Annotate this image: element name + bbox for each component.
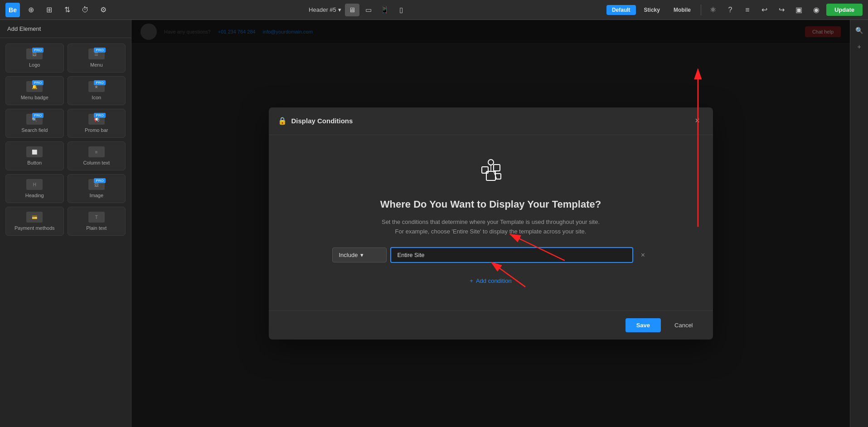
payment-label: Payment methods bbox=[15, 225, 55, 231]
right-search-icon[interactable]: 🔍 bbox=[853, 24, 866, 37]
sidebar-item-menu-badge[interactable]: 🔔 PRO Menu badge bbox=[5, 76, 64, 105]
plain-text-icon: T bbox=[88, 212, 105, 223]
button-label: Button bbox=[27, 160, 42, 165]
icon-badge: PRO bbox=[94, 80, 105, 85]
svg-line-6 bbox=[495, 171, 497, 171]
add-element-icon[interactable]: ⊕ bbox=[24, 3, 38, 17]
promo-icon-wrapper: 📢 PRO bbox=[88, 114, 105, 125]
icon-icon-wrapper: ★ PRO bbox=[88, 81, 105, 92]
image-label: Image bbox=[89, 193, 103, 198]
undo-icon[interactable]: ↩ bbox=[757, 3, 772, 17]
main-area: Add Element 🖼 PRO Logo ☰ PRO Menu 🔔 P bbox=[0, 20, 868, 427]
sidebar-item-image[interactable]: 🖼 PRO Image bbox=[68, 174, 126, 203]
column-text-label: Column text bbox=[83, 160, 110, 165]
default-view-btn[interactable]: Default bbox=[606, 5, 636, 15]
modal-body: Where Do You Want to Display Your Templa… bbox=[269, 135, 713, 302]
dropdown-chevron-icon: ▾ bbox=[360, 252, 364, 258]
toolbar-right: Default Sticky Mobile ⚛ ? ≡ ↩ ↪ ▣ ◉ Upda… bbox=[606, 3, 863, 17]
menu-badge-label: Menu badge bbox=[21, 95, 48, 100]
promo-label: Promo bar bbox=[85, 127, 108, 133]
modal-overlay[interactable]: 🔒 Display Conditions × bbox=[131, 20, 850, 427]
device-buttons: 🖥 ▭ 📱 ▯ bbox=[345, 4, 408, 16]
menu-badge: PRO bbox=[94, 48, 105, 53]
sidebar-item-icon[interactable]: ★ PRO Icon bbox=[68, 76, 126, 105]
include-label: Include bbox=[339, 252, 358, 258]
include-dropdown[interactable]: Include ▾ bbox=[332, 247, 387, 262]
heading-icon: H bbox=[26, 179, 43, 190]
navigator-icon[interactable]: ⇅ bbox=[60, 3, 74, 17]
modal-title-text: Display Conditions bbox=[291, 117, 687, 125]
search-label: Search field bbox=[21, 127, 48, 133]
toolbar-center: Header #5 ▾ 🖥 ▭ 📱 ▯ bbox=[114, 4, 603, 16]
modal-heading: Where Do You Want to Display Your Templa… bbox=[380, 199, 601, 210]
column-text-icon: ≡ bbox=[88, 146, 105, 157]
logo-label: Logo bbox=[29, 62, 40, 68]
sidebar-item-logo[interactable]: 🖼 PRO Logo bbox=[5, 44, 64, 73]
toolbar-divider bbox=[701, 5, 701, 15]
promo-badge: PRO bbox=[94, 113, 105, 118]
layout-icon[interactable]: ⊞ bbox=[42, 3, 56, 17]
sidebar-header: Add Element bbox=[0, 20, 131, 38]
menu-badge-badge: PRO bbox=[32, 80, 44, 85]
sidebar-item-heading[interactable]: H Heading bbox=[5, 174, 64, 203]
sidebar-item-promo[interactable]: 📢 PRO Promo bar bbox=[68, 109, 126, 138]
preview-icon[interactable]: ◉ bbox=[809, 3, 824, 17]
history-icon[interactable]: ⏱ bbox=[78, 3, 92, 17]
svg-rect-2 bbox=[494, 165, 500, 171]
plus-icon: + bbox=[470, 277, 473, 284]
be-logo[interactable]: Be bbox=[5, 3, 20, 17]
wordpress-icon[interactable]: ⚛ bbox=[706, 3, 720, 17]
menu-badge-icon-wrapper: 🔔 PRO bbox=[26, 81, 43, 92]
redo-icon[interactable]: ↪ bbox=[775, 3, 789, 17]
sidebar-item-column-text[interactable]: ≡ Column text bbox=[68, 141, 126, 170]
menu-icon-wrapper: ☰ PRO bbox=[88, 49, 105, 59]
settings-icon[interactable]: ⚙ bbox=[96, 3, 111, 17]
condition-clear-button[interactable]: × bbox=[637, 249, 650, 262]
sidebar-item-search[interactable]: 🔍 PRO Search field bbox=[5, 109, 64, 138]
modal-footer: Save Cancel bbox=[269, 311, 713, 340]
canvas-area: Have any questions? +01 234 764 284 info… bbox=[131, 20, 850, 427]
cancel-button[interactable]: Cancel bbox=[665, 318, 702, 332]
image-badge: PRO bbox=[94, 178, 105, 183]
icon-label: Icon bbox=[92, 95, 101, 100]
update-button[interactable]: Update bbox=[826, 4, 863, 16]
display-conditions-modal: 🔒 Display Conditions × bbox=[269, 107, 713, 340]
sticky-view-btn[interactable]: Sticky bbox=[639, 5, 665, 15]
top-toolbar: Be ⊕ ⊞ ⇅ ⏱ ⚙ Header #5 ▾ 🖥 ▭ 📱 ▯ Default… bbox=[0, 0, 868, 20]
add-condition-button[interactable]: + Add condition bbox=[462, 274, 519, 288]
lock-icon: 🔒 bbox=[278, 116, 287, 125]
add-condition-label: Add condition bbox=[476, 277, 512, 284]
sidebar-item-plain-text[interactable]: T Plain text bbox=[68, 207, 126, 236]
button-icon: ⬜ bbox=[26, 146, 43, 157]
sidebar-item-payment[interactable]: 💳 Payment methods bbox=[5, 207, 64, 236]
left-sidebar: Add Element 🖼 PRO Logo ☰ PRO Menu 🔔 P bbox=[0, 20, 131, 427]
payment-icon: 💳 bbox=[26, 212, 43, 223]
sidebar-item-button[interactable]: ⬜ Button bbox=[5, 141, 64, 170]
modal-header: 🔒 Display Conditions × bbox=[269, 107, 713, 135]
search-badge: PRO bbox=[32, 113, 44, 118]
mobile-view-btn[interactable]: Mobile bbox=[668, 5, 696, 15]
sidebar-grid: 🖼 PRO Logo ☰ PRO Menu 🔔 PRO Menu badge bbox=[0, 38, 131, 241]
modal-close-button[interactable]: × bbox=[691, 115, 704, 127]
layers-icon[interactable]: ≡ bbox=[740, 3, 755, 17]
tablet-device-btn[interactable]: ▭ bbox=[361, 4, 376, 16]
header-title[interactable]: Header #5 ▾ bbox=[309, 6, 341, 13]
menu-label: Menu bbox=[90, 62, 103, 68]
responsive-icon[interactable]: ▣ bbox=[792, 3, 806, 17]
plain-text-label: Plain text bbox=[86, 225, 107, 231]
mobile-small-device-btn[interactable]: ▯ bbox=[394, 4, 408, 16]
help-icon[interactable]: ? bbox=[723, 3, 737, 17]
svg-point-7 bbox=[488, 160, 494, 165]
condition-input[interactable] bbox=[390, 247, 633, 263]
search-icon-wrapper: 🔍 PRO bbox=[26, 114, 43, 125]
right-sidebar: 🔍 + bbox=[850, 20, 868, 427]
condition-row: Include ▾ × bbox=[332, 247, 650, 263]
logo-icon-wrapper: 🖼 PRO bbox=[26, 49, 43, 59]
desktop-device-btn[interactable]: 🖥 bbox=[345, 4, 359, 16]
image-icon-wrapper: 🖼 PRO bbox=[88, 179, 105, 190]
sidebar-item-menu[interactable]: ☰ PRO Menu bbox=[68, 44, 126, 73]
header-title-text: Header #5 bbox=[309, 6, 336, 13]
mobile-device-btn[interactable]: 📱 bbox=[378, 4, 392, 16]
save-button[interactable]: Save bbox=[626, 318, 661, 332]
right-plus-icon[interactable]: + bbox=[853, 40, 866, 53]
